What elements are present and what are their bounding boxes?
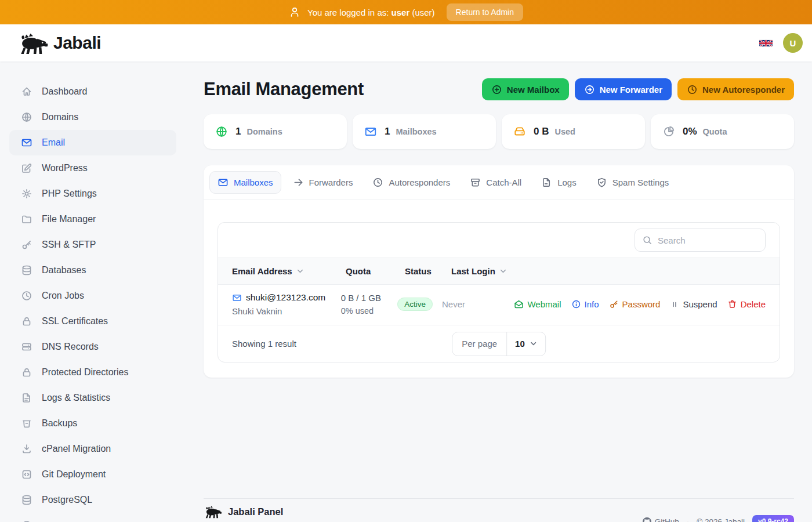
key-icon [21,239,32,251]
return-to-admin-button[interactable]: Return to Admin [447,3,523,21]
mail-open-icon [514,299,524,309]
search-input[interactable] [658,235,758,245]
sidebar-item-dns-records[interactable]: DNS Records [9,334,176,360]
page-title: Email Management [204,79,364,100]
results-count: Showing 1 result [232,339,296,349]
mail-icon [364,125,377,138]
table-header: Email Address Quota Status Last Login [218,258,780,285]
login-username: user [392,8,410,17]
chevron-down-icon [499,267,507,275]
brand-name: Jabali [53,33,101,53]
sidebar-item-wordpress[interactable]: WordPress [9,155,176,181]
suspend-action[interactable]: Suspend [670,299,717,309]
sidebar-item-file-manager[interactable]: File Manager [9,206,176,232]
page-footer: Jabali Panel GitHub · © 2026 Jabali v0.9… [204,498,794,522]
tab-autoresponders[interactable]: Autoresponders [364,171,458,194]
stat-card-domains: 1 Domains [204,114,347,149]
tab-forwarders[interactable]: Forwarders [285,171,361,194]
sidebar-item-partial[interactable] [9,513,176,522]
sidebar-item-ssl-certificates[interactable]: SSL Certificates [9,309,176,334]
github-link[interactable]: GitHub [643,517,679,522]
arrow-right-circle-icon [584,84,595,95]
sidebar-item-email[interactable]: Email [9,130,176,155]
sidebar-item-databases[interactable]: Databases [9,258,176,283]
quota-value: 0 B / 1 GB [341,293,398,303]
code-icon [21,469,32,480]
trash-icon [727,299,737,309]
stat-value: 1 [235,126,241,137]
new-mailbox-button[interactable]: New Mailbox [482,78,569,100]
info-action[interactable]: Info [571,299,599,309]
brand-logo[interactable]: Jabali [17,31,101,55]
status-badge: Active [397,298,433,311]
shield-check-icon [596,177,607,188]
stat-label: Used [554,127,575,136]
stat-label: Domains [246,127,282,136]
key-icon [609,299,619,309]
chevron-down-icon [530,340,537,347]
sidebar: Dashboard Domains Email WordPress PHP Se… [0,61,186,522]
password-action[interactable]: Password [609,299,661,309]
download-icon [21,443,32,455]
globe-icon [215,125,228,138]
language-flag-uk-icon[interactable] [759,39,773,48]
clock-icon [372,177,383,188]
sidebar-item-cron-jobs[interactable]: Cron Jobs [9,283,176,309]
impersonation-bar: You are logged in as: user (user) Return… [0,0,812,24]
sidebar-item-domains[interactable]: Domains [9,104,176,130]
tab-catch-all[interactable]: Catch-All [462,171,530,194]
version-badge: v0.9-rc42 [752,515,794,522]
chevron-down-icon [296,267,304,275]
per-page-select[interactable]: 10 [506,332,545,356]
user-icon [289,6,300,18]
pie-chart-icon [662,125,675,138]
pause-icon [670,300,679,309]
clock-icon [21,290,32,302]
login-role: (user) [412,8,434,17]
quota-used-percent: 0% used [341,306,398,316]
sidebar-item-php-settings[interactable]: PHP Settings [9,181,176,206]
hard-drive-icon [513,125,526,138]
sidebar-item-cpanel-migration[interactable]: cPanel Migration [9,436,176,462]
server-icon [21,341,32,353]
webmail-action[interactable]: Webmail [514,299,561,309]
bin-icon [21,418,32,429]
tab-logs[interactable]: Logs [533,171,585,194]
github-icon [643,517,651,522]
file-icon [541,177,552,188]
new-autoresponder-button[interactable]: New Autoresponder [677,78,794,100]
inbox-icon [470,177,481,188]
sidebar-item-protected-directories[interactable]: Protected Directories [9,360,176,385]
main-content: Email Management New Mailbox New Forward… [186,61,812,522]
user-avatar[interactable]: U [783,33,803,53]
arrow-right-icon [293,177,304,188]
mail-icon [21,137,32,148]
search-icon [642,235,652,245]
column-email-address[interactable]: Email Address [232,266,346,276]
sidebar-item-dashboard[interactable]: Dashboard [9,79,176,104]
mail-icon [217,177,229,188]
table-row: shuki@123123.com Shuki Vaknin 0 B / 1 GB… [218,285,780,325]
sidebar-item-ssh-sftp[interactable]: SSH & SFTP [9,232,176,258]
email-panel: Mailboxes Forwarders Autoresponders Catc… [204,165,794,378]
sidebar-item-git-deployment[interactable]: Git Deployment [9,462,176,487]
search-box [635,229,766,252]
new-forwarder-button[interactable]: New Forwarder [575,78,672,100]
sidebar-item-logs-statistics[interactable]: Logs & Statistics [9,385,176,411]
per-page-label: Per page [452,332,506,356]
tab-spam-settings[interactable]: Spam Settings [588,171,677,194]
delete-action[interactable]: Delete [727,299,766,309]
edit-pencil-icon [21,162,32,174]
circle-icon [21,520,32,522]
tab-bar: Mailboxes Forwarders Autoresponders Catc… [204,165,794,200]
per-page-control: Per page 10 [452,332,546,356]
sidebar-item-postgresql[interactable]: PostgreSQL [9,487,176,513]
gear-icon [21,188,32,200]
table-footer: Showing 1 result Per page 10 [218,325,780,362]
login-message: You are logged in as: user (user) [307,8,435,17]
folder-icon [21,213,32,225]
database-icon [21,494,32,506]
tab-mailboxes[interactable]: Mailboxes [209,171,281,194]
sidebar-item-backups[interactable]: Backups [9,411,176,436]
column-last-login[interactable]: Last Login [451,266,527,276]
